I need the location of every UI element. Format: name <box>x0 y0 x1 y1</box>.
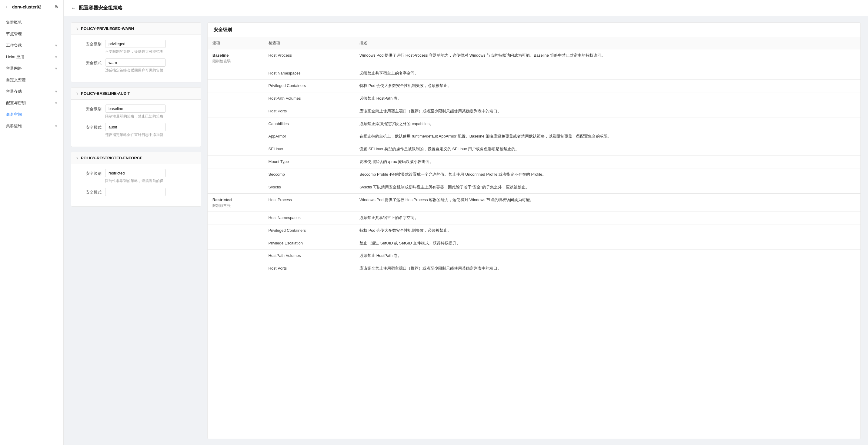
level-cell <box>208 92 264 105</box>
check-item-cell: Host Process <box>264 194 354 212</box>
security-panel-title: 安全级别 <box>208 23 861 37</box>
level-cell <box>208 250 264 262</box>
level-cell <box>208 262 264 275</box>
security-levels-table: 选项 检查项 描述 Baseline限制性较弱Host ProcessWindo… <box>208 37 861 275</box>
security-mode-hint: 违反指定策略会在审计日志中添加新 <box>105 132 184 137</box>
desc-cell: Seccomp Profile 必须被显式设置成一个允许的值。禁止使用 Unco… <box>354 168 861 181</box>
security-level-hint: 不受限制的策略，提供最大可能范围 <box>105 49 184 54</box>
policy-card-header: ∨POLICY-RESTRICTED-ENFORCE <box>71 152 201 164</box>
check-item-cell: Capabilities <box>264 118 354 130</box>
check-item-cell: Host Process <box>264 49 354 67</box>
sidebar-item-helm[interactable]: Helm 应用∨ <box>0 51 63 63</box>
policy-card-policy-privileged-warn: ∨POLICY-PRIVILEGED-WARN 安全级别 不受限制的策略，提供最… <box>71 23 201 83</box>
check-item-cell: HostPath Volumes <box>264 92 354 105</box>
refresh-icon[interactable]: ↻ <box>55 4 59 9</box>
policies-panel: ∨POLICY-PRIVILEGED-WARN 安全级别 不受限制的策略，提供最… <box>71 23 201 439</box>
security-level-row: 安全级别 限制性最弱的策略，禁止已知的策略 <box>77 104 195 119</box>
nav-label: 容器存储 <box>6 89 22 94</box>
sidebar-item-storage[interactable]: 容器存储∨ <box>0 86 63 97</box>
check-item-cell: AppArmor <box>264 130 354 143</box>
col-option: 选项 <box>208 37 264 49</box>
policy-card-policy-restricted-enforce: ∨POLICY-RESTRICTED-ENFORCE 安全级别 限制性非常强的策… <box>71 152 201 206</box>
content-area: ∨POLICY-PRIVILEGED-WARN 安全级别 不受限制的策略，提供最… <box>64 17 868 445</box>
sidebar-item-ops[interactable]: 集群运维∨ <box>0 120 63 132</box>
chevron-icon: ∨ <box>55 43 57 47</box>
level-cell <box>208 67 264 80</box>
level-cell <box>208 143 264 156</box>
security-level-hint: 限制性最弱的策略，禁止已知的策略 <box>105 114 184 119</box>
collapse-icon[interactable]: ∨ <box>76 27 79 31</box>
check-item-cell: Host Ports <box>264 262 354 275</box>
security-level-input[interactable] <box>105 169 166 177</box>
sidebar-item-overview[interactable]: 集群概览 <box>0 17 63 28</box>
security-level-label: 安全级别 <box>77 104 101 112</box>
desc-cell: 必须禁止 HostPath 卷。 <box>354 92 861 105</box>
security-mode-input[interactable] <box>105 188 166 196</box>
collapse-icon[interactable]: ∨ <box>76 156 79 160</box>
level-cell <box>208 118 264 130</box>
security-level-input[interactable] <box>105 104 166 113</box>
security-level-field: 限制性非常强的策略，遵循当前的保 <box>105 169 195 184</box>
security-mode-row: 安全模式 <box>77 188 195 197</box>
desc-cell: 应该完全禁止使用宿主端口（推荐）或者至少限制只能使用某确定列表中的端口。 <box>354 105 861 118</box>
check-item-cell: Mount Type <box>264 156 354 168</box>
desc-cell: 特权 Pod 会使大多数安全性机制失效，必须被禁止。 <box>354 224 861 237</box>
desc-cell: 应该完全禁止使用宿主端口（推荐）或者至少限制只能使用某确定列表中的端口。 <box>354 262 861 275</box>
sidebar-header: ← dora-cluster02 ↻ <box>0 0 63 14</box>
level-cell <box>208 130 264 143</box>
desc-cell: 必须禁止共享宿主上的名字空间。 <box>354 67 861 80</box>
col-desc: 描述 <box>354 37 861 49</box>
desc-cell: Windows Pod 提供了运行 HostProcess 容器的能力，这使得对… <box>354 194 861 212</box>
security-level-row: 安全级别 限制性非常强的策略，遵循当前的保 <box>77 169 195 184</box>
nav-label: 集群运维 <box>6 123 22 129</box>
security-mode-row: 安全模式 违反指定策略会在审计日志中添加新 <box>77 123 195 137</box>
check-item-cell: HostPath Volumes <box>264 250 354 262</box>
sidebar-item-custom[interactable]: 自定义资源 <box>0 74 63 86</box>
level-cell <box>208 156 264 168</box>
security-level-label: 安全级别 <box>77 169 101 176</box>
security-mode-field: 违反指定策略会返回用户可见的告警 <box>105 59 195 73</box>
collapse-icon[interactable]: ∨ <box>76 92 79 95</box>
level-cell: Restricted限制非常强 <box>208 194 264 212</box>
security-panel: 安全级别 选项 检查项 描述 Baseline限制性较弱Host Process… <box>207 23 861 439</box>
security-level-hint: 限制性非常强的策略，遵循当前的保 <box>105 179 184 184</box>
desc-cell: Windows Pod 提供了运行 HostProcess 容器的能力，这使得对… <box>354 49 861 67</box>
policy-card-header: ∨POLICY-PRIVILEGED-WARN <box>71 23 201 35</box>
nav-label: 命名空间 <box>6 112 22 117</box>
nav-label: Helm 应用 <box>6 54 24 60</box>
desc-cell: 特权 Pod 会使大多数安全性机制失效，必须被禁止。 <box>354 80 861 92</box>
chevron-icon: ∨ <box>55 101 57 105</box>
sidebar-item-network[interactable]: 容器网络∨ <box>0 63 63 74</box>
security-mode-label: 安全模式 <box>77 59 101 66</box>
chevron-icon: ∨ <box>55 55 57 59</box>
security-mode-label: 安全模式 <box>77 123 101 130</box>
desc-cell: Sysctls 可以禁用安全机制或影响宿主上所有容器，因此除了若干"安全"的子集… <box>354 181 861 194</box>
sidebar-back-icon[interactable]: ← <box>5 4 10 10</box>
policy-card-title: POLICY-PRIVILEGED-WARN <box>81 26 134 31</box>
security-mode-field <box>105 188 195 197</box>
sidebar-item-workloads[interactable]: 工作负载∨ <box>0 40 63 51</box>
policy-card-policy-baseline-audit: ∨POLICY-BASELINE-AUDIT 安全级别 限制性最弱的策略，禁止已… <box>71 87 201 147</box>
security-level-input[interactable] <box>105 40 166 48</box>
sidebar-item-nodes[interactable]: 节点管理 <box>0 28 63 40</box>
security-mode-input[interactable] <box>105 123 166 131</box>
sidebar-nav: 集群概览节点管理工作负载∨Helm 应用∨容器网络∨自定义资源容器存储∨配置与密… <box>0 14 63 445</box>
policy-card-title: POLICY-BASELINE-AUDIT <box>81 91 130 96</box>
security-mode-hint: 违反指定策略会返回用户可见的告警 <box>105 68 184 73</box>
nav-label: 集群概览 <box>6 20 22 25</box>
col-check: 检查项 <box>264 37 354 49</box>
security-level-row: 安全级别 不受限制的策略，提供最大可能范围 <box>77 40 195 54</box>
security-table[interactable]: 选项 检查项 描述 Baseline限制性较弱Host ProcessWindo… <box>208 37 861 439</box>
check-item-cell: Sysctls <box>264 181 354 194</box>
security-level-label: 安全级别 <box>77 40 101 47</box>
check-item-cell: Host Ports <box>264 105 354 118</box>
level-cell <box>208 181 264 194</box>
desc-cell: 必须禁止 HostPath 卷。 <box>354 250 861 262</box>
sidebar-item-namespace[interactable]: 命名空间 <box>0 109 63 120</box>
main-content: ← 配置容器安全组策略 ∨POLICY-PRIVILEGED-WARN 安全级别… <box>64 0 868 445</box>
security-level-field: 不受限制的策略，提供最大可能范围 <box>105 40 195 54</box>
sidebar-item-config[interactable]: 配置与密钥∨ <box>0 97 63 109</box>
page-back-arrow[interactable]: ← <box>71 5 76 11</box>
security-mode-input[interactable] <box>105 59 166 67</box>
chevron-icon: ∨ <box>55 67 57 71</box>
